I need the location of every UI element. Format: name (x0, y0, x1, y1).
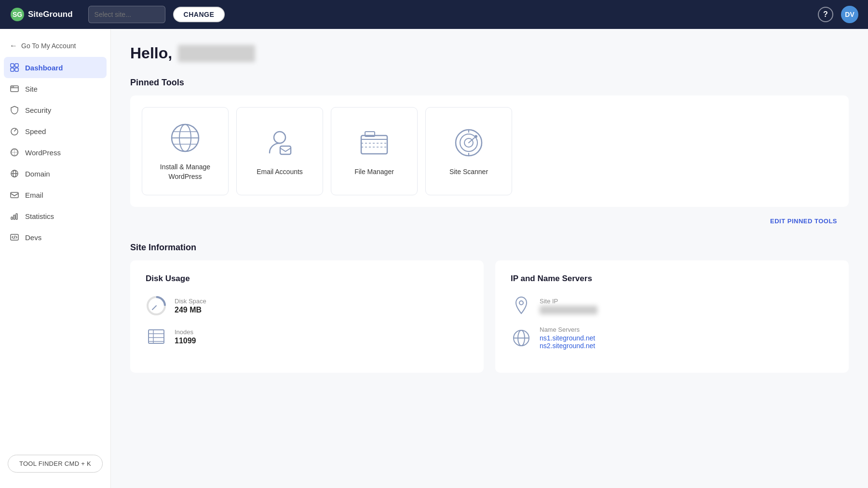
speed-icon (10, 126, 19, 136)
site-ip-label: Site IP (540, 298, 597, 305)
site-icon (10, 84, 19, 94)
greeting-name-blurred (178, 45, 255, 62)
pinned-tools-grid: Install & Manage WordPress Email Account… (142, 107, 837, 195)
inodes-content: Inodes 11099 (175, 328, 196, 345)
back-arrow-icon: ← (10, 41, 17, 50)
main-content: Hello, Pinned Tools (111, 29, 868, 488)
sidebar-item-label-domain: Domain (25, 170, 50, 178)
tool-card-email-accounts[interactable]: Email Accounts (236, 107, 323, 195)
sidebar-item-label-dashboard: Dashboard (25, 64, 63, 72)
sidebar-item-label-speed: Speed (25, 127, 46, 136)
tool-label-email-accounts: Email Accounts (257, 167, 303, 177)
site-ip-value: 123.456.789.000 (540, 306, 597, 314)
file-manager-tool-icon (357, 126, 391, 160)
pinned-tools-section: Pinned Tools Install & Manage Wor (130, 78, 849, 231)
inodes-value: 11099 (175, 337, 196, 345)
site-ip-content: Site IP 123.456.789.000 (540, 298, 597, 314)
site-info-section: Site Information Disk Usage (130, 243, 849, 373)
sidebar-item-dashboard[interactable]: Dashboard (4, 57, 107, 78)
sidebar-item-statistics[interactable]: Statistics (0, 205, 110, 227)
svg-point-25 (274, 132, 285, 143)
site-ip-row: Site IP 123.456.789.000 (511, 295, 833, 316)
svg-rect-27 (361, 136, 387, 154)
email-icon (10, 190, 19, 200)
dashboard-icon (10, 63, 19, 72)
help-icon[interactable]: ? (818, 7, 833, 22)
tool-label-file-manager: File Manager (354, 167, 394, 177)
logo-text: SiteGround (28, 10, 73, 19)
name-servers-content: Name Servers ns1.siteground.net ns2.site… (540, 326, 595, 350)
statistics-icon (10, 211, 19, 221)
topnav: SG SiteGround CHANGE ? DV (0, 0, 868, 29)
disk-usage-card: Disk Usage Disk Space 249 MB (130, 260, 484, 373)
sidebar-item-label-site: Site (25, 85, 38, 93)
domain-icon (10, 169, 19, 178)
disk-space-icon (146, 295, 167, 316)
main-layout: ← Go To My Account Dashboard Site Securi… (0, 29, 868, 488)
sidebar-back-link[interactable]: ← Go To My Account (0, 37, 110, 55)
tool-finder-button[interactable]: TOOL FINDER CMD + K (8, 455, 103, 473)
inodes-label: Inodes (175, 328, 196, 336)
tool-label-site-scanner: Site Scanner (449, 167, 488, 177)
inodes-row: Inodes 11099 (146, 326, 468, 347)
name-servers-row: Name Servers ns1.siteground.net ns2.site… (511, 326, 833, 350)
disk-space-value: 249 MB (175, 306, 206, 314)
sidebar-item-speed[interactable]: Speed (0, 121, 110, 142)
wordpress-tool-icon (168, 121, 202, 155)
sidebar-item-label-statistics: Statistics (25, 212, 54, 220)
edit-pinned-tools-container: EDIT PINNED TOOLS (130, 211, 849, 231)
sidebar-item-label-security: Security (25, 106, 51, 114)
disk-space-content: Disk Space 249 MB (175, 298, 206, 314)
site-selector[interactable] (88, 6, 165, 23)
sidebar-item-domain[interactable]: Domain (0, 163, 110, 184)
pinned-tools-container: Install & Manage WordPress Email Account… (130, 95, 849, 207)
back-label: Go To My Account (21, 42, 76, 50)
page-greeting: Hello, (130, 44, 849, 62)
ns1-value: ns1.siteground.net (540, 334, 595, 342)
disk-space-label: Disk Space (175, 298, 206, 305)
sidebar-item-site[interactable]: Site (0, 78, 110, 99)
edit-pinned-tools-link[interactable]: EDIT PINNED TOOLS (770, 217, 837, 225)
sidebar-item-wordpress[interactable]: WordPress (0, 142, 110, 163)
ip-name-servers-title: IP and Name Servers (511, 274, 833, 284)
svg-point-34 (475, 135, 477, 138)
sidebar: ← Go To My Account Dashboard Site Securi… (0, 29, 111, 488)
sidebar-item-security[interactable]: Security (0, 99, 110, 121)
site-ip-icon (511, 295, 532, 316)
disk-space-row: Disk Space 249 MB (146, 295, 468, 316)
logo[interactable]: SG SiteGround (10, 7, 73, 22)
svg-text:SG: SG (13, 11, 22, 18)
security-icon (10, 105, 19, 115)
sidebar-item-label-email: Email (25, 191, 43, 199)
svg-point-8 (12, 86, 13, 87)
svg-rect-17 (16, 214, 17, 219)
email-accounts-tool-icon (263, 126, 297, 160)
ns2-value: ns2.siteground.net (540, 342, 595, 350)
tool-label-install-wordpress: Install & Manage WordPress (154, 163, 217, 181)
svg-rect-2 (11, 64, 14, 67)
name-servers-icon (511, 327, 532, 349)
svg-rect-3 (15, 64, 18, 67)
svg-rect-15 (11, 217, 13, 219)
pinned-tools-title: Pinned Tools (130, 78, 849, 88)
tool-card-site-scanner[interactable]: Site Scanner (425, 107, 512, 195)
disk-usage-title: Disk Usage (146, 274, 468, 284)
svg-point-43 (519, 301, 523, 305)
tool-card-install-wordpress[interactable]: Install & Manage WordPress (142, 107, 229, 195)
devs-icon (10, 232, 19, 242)
avatar[interactable]: DV (841, 6, 858, 23)
sidebar-item-devs[interactable]: Devs (0, 227, 110, 248)
sidebar-item-email[interactable]: Email (0, 184, 110, 205)
greeting-text: Hello, (130, 44, 172, 62)
name-servers-label: Name Servers (540, 326, 595, 333)
change-button[interactable]: CHANGE (173, 7, 225, 22)
sidebar-item-label-wordpress: WordPress (25, 149, 61, 157)
tool-card-file-manager[interactable]: File Manager (331, 107, 418, 195)
svg-point-9 (13, 86, 14, 87)
sidebar-item-label-devs: Devs (25, 233, 41, 242)
info-cards: Disk Usage Disk Space 249 MB (130, 260, 849, 373)
svg-rect-26 (280, 146, 291, 154)
nav-right: ? DV (818, 6, 858, 23)
svg-rect-4 (11, 68, 14, 71)
wordpress-icon (10, 148, 19, 157)
